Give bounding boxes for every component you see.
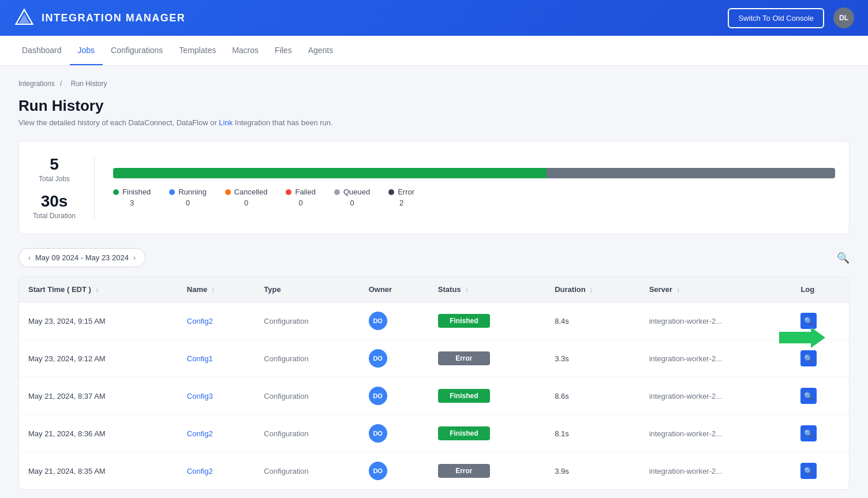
owner-badge: DO <box>369 387 387 405</box>
nav-item-dashboard[interactable]: Dashboard <box>14 36 70 65</box>
prev-arrow-icon[interactable]: ‹ <box>28 254 31 262</box>
nav-item-configurations[interactable]: Configurations <box>103 36 171 65</box>
stats-card: 5 Total Jobs 30s Total Duration Finished… <box>18 141 850 234</box>
log-button[interactable]: 🔍 <box>800 463 817 479</box>
legend-count-error: 2 <box>399 199 403 207</box>
legend-count-failed: 0 <box>299 199 303 207</box>
legend-dot-queued <box>334 189 340 195</box>
cell-log: 🔍 <box>791 340 849 377</box>
col-owner: Owner <box>360 277 429 302</box>
search-button[interactable]: 🔍 <box>837 252 850 264</box>
col-log: Log <box>791 277 849 302</box>
cell-status: Finished <box>429 377 545 415</box>
status-badge: Finished <box>438 426 490 440</box>
sort-duration-icon[interactable]: ↕ <box>590 286 593 293</box>
breadcrumb-parent[interactable]: Integrations <box>18 80 55 88</box>
legend-queued: Queued 0 <box>334 188 370 207</box>
cell-log: 🔍 <box>791 302 849 340</box>
table-row: May 21, 2024, 8:35 AM Config2 Configurat… <box>19 452 849 490</box>
legend-label-queued: Queued <box>343 188 370 196</box>
log-button[interactable]: 🔍 <box>800 350 817 366</box>
header: INTEGRATION MANAGER Switch To Old Consol… <box>0 0 868 36</box>
table-row: May 23, 2024, 9:12 AM Config1 Configurat… <box>19 340 849 377</box>
owner-badge: DO <box>369 349 387 368</box>
col-duration: Duration ↕ <box>545 277 639 302</box>
nav-item-macros[interactable]: Macros <box>224 36 267 65</box>
cell-server: integration-worker-2... <box>640 302 792 340</box>
cell-start-time: May 23, 2024, 9:15 AM <box>19 302 178 340</box>
nav-item-files[interactable]: Files <box>267 36 300 65</box>
cell-server: integration-worker-2... <box>640 452 792 490</box>
cell-status: Finished <box>429 302 545 340</box>
cell-start-time: May 21, 2024, 8:37 AM <box>19 377 178 415</box>
legend-dot-finished <box>113 189 119 195</box>
cell-type: Configuration <box>255 415 359 452</box>
nav-item-agents[interactable]: Agents <box>300 36 342 65</box>
cell-owner: DO <box>360 377 429 415</box>
cell-status: Error <box>429 340 545 377</box>
cell-type: Configuration <box>255 377 359 415</box>
sort-name-icon[interactable]: ↕ <box>212 286 215 293</box>
status-badge: Finished <box>438 389 490 403</box>
cell-name: Config1 <box>178 340 255 377</box>
legend-running: Running 0 <box>169 188 206 207</box>
cell-owner: DO <box>360 452 429 490</box>
cell-type: Configuration <box>255 340 359 377</box>
legend-count-queued: 0 <box>350 199 354 207</box>
table-body: May 23, 2024, 9:15 AM Config2 Configurat… <box>19 302 849 490</box>
progress-finished <box>113 168 547 178</box>
app-title: INTEGRATION MANAGER <box>42 12 185 24</box>
sort-start-time-icon[interactable]: ↕ <box>95 286 99 293</box>
cell-log: 🔍 <box>791 415 849 452</box>
stats-right: Finished 3 Running 0 Cancelled <box>113 168 835 207</box>
legend-label-finished: Finished <box>122 188 151 196</box>
avatar[interactable]: DL <box>833 8 854 28</box>
cell-name: Config3 <box>178 377 255 415</box>
log-button[interactable]: 🔍 <box>800 313 817 329</box>
header-right: Switch To Old Console DL <box>728 8 854 28</box>
nav-item-jobs[interactable]: Jobs <box>70 36 103 65</box>
logo: INTEGRATION MANAGER <box>14 8 185 28</box>
cell-server: integration-worker-2... <box>640 340 792 377</box>
date-range-picker[interactable]: ‹ May 09 2024 - May 23 2024 › <box>18 248 145 267</box>
next-arrow-icon[interactable]: › <box>133 254 136 262</box>
cell-start-time: May 23, 2024, 9:12 AM <box>19 340 178 377</box>
cell-name: Config2 <box>178 415 255 452</box>
cell-duration: 8.6s <box>545 377 639 415</box>
sort-server-icon[interactable]: ↕ <box>677 286 680 293</box>
total-jobs-label: Total Jobs <box>33 175 76 183</box>
legend-failed: Failed 0 <box>286 188 315 207</box>
main-content: Integrations / Run History Run History V… <box>0 66 868 498</box>
date-range-row: ‹ May 09 2024 - May 23 2024 › 🔍 <box>18 248 850 267</box>
owner-badge: DO <box>369 462 387 480</box>
col-type: Type <box>255 277 359 302</box>
log-button[interactable]: 🔍 <box>800 388 817 404</box>
switch-console-button[interactable]: Switch To Old Console <box>728 8 824 28</box>
total-duration-value: 30s <box>33 192 76 211</box>
legend-count-cancelled: 0 <box>244 199 248 207</box>
cell-server: integration-worker-2... <box>640 377 792 415</box>
legend-label-cancelled: Cancelled <box>234 188 268 196</box>
date-range-value: May 09 2024 - May 23 2024 <box>35 253 129 262</box>
legend: Finished 3 Running 0 Cancelled <box>113 188 835 207</box>
log-button[interactable]: 🔍 <box>800 425 817 441</box>
sort-status-icon[interactable]: ↕ <box>465 286 469 293</box>
cell-owner: DO <box>360 302 429 340</box>
owner-badge: DO <box>369 312 387 330</box>
nav-item-templates[interactable]: Templates <box>171 36 224 65</box>
cell-status: Finished <box>429 415 545 452</box>
owner-badge: DO <box>369 424 387 443</box>
col-name: Name ↕ <box>178 277 255 302</box>
stats-left: 5 Total Jobs 30s Total Duration <box>33 155 95 220</box>
legend-count-finished: 3 <box>130 199 134 207</box>
table-row: May 21, 2024, 8:36 AM Config2 Configurat… <box>19 415 849 452</box>
cell-duration: 3.9s <box>545 452 639 490</box>
legend-cancelled: Cancelled 0 <box>225 188 268 207</box>
legend-dot-cancelled <box>225 189 231 195</box>
page-subtitle: View the detailed history of each DataCo… <box>18 118 850 127</box>
cell-status: Error <box>429 452 545 490</box>
total-duration-label: Total Duration <box>33 212 76 220</box>
link-text[interactable]: Link <box>219 118 233 127</box>
legend-count-running: 0 <box>186 199 190 207</box>
legend-label-running: Running <box>178 188 206 196</box>
